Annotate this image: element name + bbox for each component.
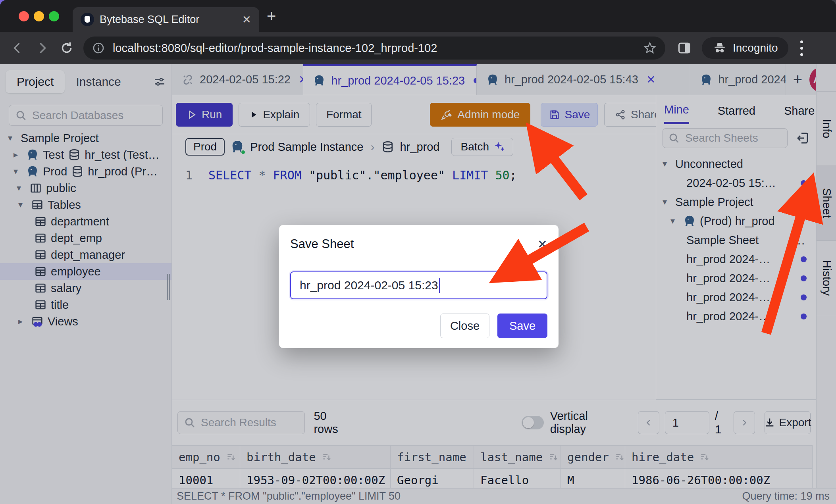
incognito-icon: [712, 40, 727, 56]
close-tab-icon[interactable]: ✕: [242, 13, 251, 26]
dialog-title: Save Sheet: [290, 237, 354, 251]
url-text: localhost:8080/sql-editor/prod-sample-in…: [113, 42, 635, 55]
bytebase-favicon: [81, 13, 94, 26]
browser-tab[interactable]: Bytebase SQL Editor ✕: [73, 7, 259, 32]
back-icon[interactable]: [10, 41, 25, 55]
address-bar[interactable]: localhost:8080/sql-editor/prod-sample-in…: [83, 37, 665, 60]
site-info-icon[interactable]: [92, 42, 105, 54]
browser-toolbar: localhost:8080/sql-editor/prod-sample-in…: [0, 32, 836, 64]
close-button[interactable]: Close: [440, 314, 489, 338]
minimize-window-button[interactable]: [34, 11, 44, 21]
new-tab-button[interactable]: +: [267, 12, 276, 20]
browser-window: Bytebase SQL Editor ✕ + localhost:8080/s…: [0, 0, 836, 504]
browser-tabstrip: Bytebase SQL Editor ✕ +: [0, 0, 836, 32]
browser-tab-title: Bytebase SQL Editor: [100, 13, 237, 26]
incognito-label: Incognito: [733, 42, 778, 54]
sheet-name-input[interactable]: hr_prod 2024-02-05 15:23: [290, 271, 547, 299]
browser-menu-icon[interactable]: [800, 40, 803, 56]
side-panel-icon[interactable]: [677, 41, 692, 55]
dialog-save-button[interactable]: Save: [497, 314, 547, 338]
close-icon[interactable]: ✕: [537, 237, 547, 251]
sheet-name-value: hr_prod 2024-02-05 15:23: [300, 279, 438, 292]
text-caret: [439, 278, 440, 293]
save-sheet-dialog: Save Sheet ✕ hr_prod 2024-02-05 15:23 Cl…: [279, 225, 559, 348]
reload-icon[interactable]: [60, 41, 74, 55]
bookmark-star-icon[interactable]: [643, 41, 657, 55]
close-window-button[interactable]: [19, 11, 29, 21]
maximize-window-button[interactable]: [49, 11, 59, 21]
forward-icon[interactable]: [35, 41, 49, 55]
incognito-badge: Incognito: [702, 37, 788, 59]
